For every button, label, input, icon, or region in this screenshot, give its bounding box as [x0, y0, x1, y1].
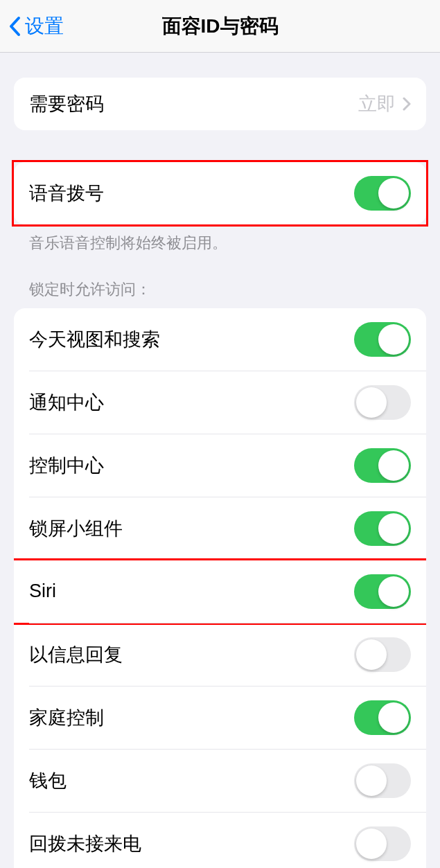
notification-center-row: 通知中心 — [14, 371, 426, 434]
home-control-row: 家庭控制 — [14, 687, 426, 749]
voice-dial-footer: 音乐语音控制将始终被启用。 — [14, 224, 426, 254]
voice-dial-row: 语音拨号 — [14, 162, 426, 224]
home-control-label: 家庭控制 — [29, 705, 354, 730]
lock-widgets-row: 锁屏小组件 — [14, 497, 426, 560]
today-view-label: 今天视图和搜索 — [29, 327, 354, 352]
siri-toggle[interactable] — [354, 574, 411, 609]
wallet-row: 钱包 — [14, 750, 426, 812]
siri-row: Siri — [14, 560, 426, 623]
require-passcode-value: 立即 — [358, 91, 396, 116]
back-label: 设置 — [25, 13, 64, 39]
voice-dial-highlight: 语音拨号 — [12, 160, 428, 227]
siri-label: Siri — [29, 581, 354, 602]
navigation-bar: 设置 面容ID与密码 — [0, 0, 440, 53]
reply-message-toggle[interactable] — [354, 637, 411, 672]
lock-access-group: 今天视图和搜索 通知中心 控制中心 锁屏小组件 Siri 以信息回复 — [14, 308, 426, 868]
reply-message-row: 以信息回复 — [14, 623, 426, 686]
page-title: 面容ID与密码 — [0, 13, 440, 39]
lock-widgets-label: 锁屏小组件 — [29, 516, 354, 541]
wallet-toggle[interactable] — [354, 763, 411, 798]
notification-center-toggle[interactable] — [354, 385, 411, 420]
return-calls-label: 回拨未接来电 — [29, 831, 354, 856]
require-passcode-row[interactable]: 需要密码 立即 — [14, 78, 426, 130]
notification-center-label: 通知中心 — [29, 390, 354, 415]
require-passcode-label: 需要密码 — [29, 91, 358, 116]
voice-dial-group: 语音拨号 — [14, 162, 426, 224]
voice-dial-label: 语音拨号 — [29, 181, 354, 206]
chevron-left-icon — [8, 16, 21, 37]
control-center-label: 控制中心 — [29, 453, 354, 478]
lock-widgets-toggle[interactable] — [354, 511, 411, 546]
lock-access-header: 锁定时允许访问： — [14, 279, 426, 308]
require-passcode-group: 需要密码 立即 — [14, 78, 426, 130]
back-button[interactable]: 设置 — [0, 13, 64, 39]
control-center-toggle[interactable] — [354, 448, 411, 483]
chevron-right-icon — [403, 97, 411, 111]
return-calls-toggle[interactable] — [354, 826, 411, 861]
toggle-knob — [378, 178, 409, 209]
today-view-toggle[interactable] — [354, 322, 411, 357]
today-view-row: 今天视图和搜索 — [14, 308, 426, 371]
return-calls-row: 回拨未接来电 — [14, 813, 426, 868]
control-center-row: 控制中心 — [14, 434, 426, 497]
wallet-label: 钱包 — [29, 768, 354, 793]
home-control-toggle[interactable] — [354, 700, 411, 735]
siri-highlight: Siri — [14, 558, 426, 625]
voice-dial-toggle[interactable] — [354, 176, 411, 211]
reply-message-label: 以信息回复 — [29, 642, 354, 667]
